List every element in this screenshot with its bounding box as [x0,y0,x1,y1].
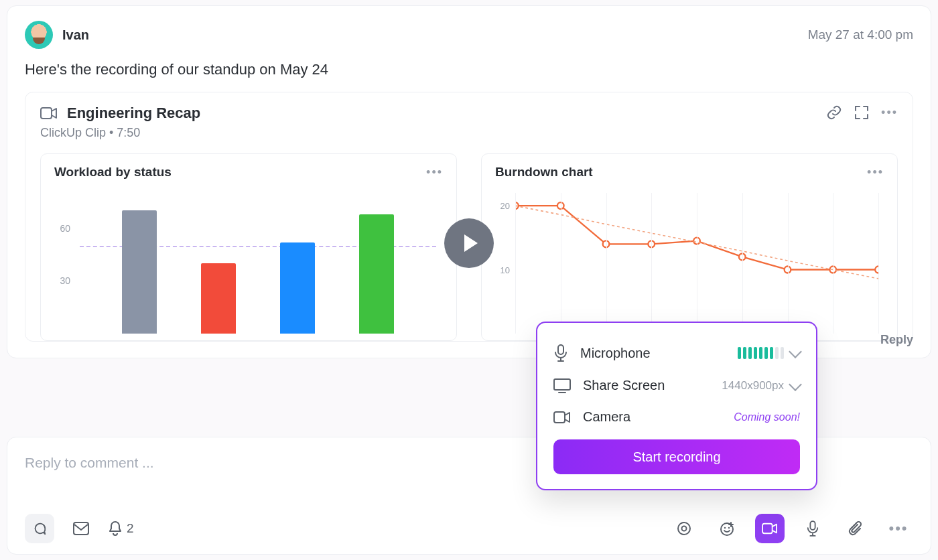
clip-duration: 7:50 [117,126,140,139]
clip-actions: ••• [826,104,898,121]
mic-level-bar [743,347,746,359]
mic-level-bar [775,347,779,359]
comment-timestamp: May 27 at 4:00 pm [808,27,913,42]
monitor-icon [553,378,571,393]
mention-icon[interactable] [669,514,699,543]
reply-button[interactable]: Reply [880,333,913,347]
clip-preview-panels: Workload by status ••• 3060 Burndown cha… [40,153,898,341]
camera-status: Coming soon! [734,411,800,423]
camera-row: Camera Coming soon! [553,401,800,433]
y-tick-label: 10 [500,265,510,275]
mail-icon[interactable] [66,514,96,543]
play-button[interactable] [444,218,494,268]
svg-rect-0 [41,108,52,119]
microphone-icon [553,344,568,362]
mic-level-bar [764,347,768,359]
workload-panel-title: Workload by status [54,165,172,180]
camera-label: Camera [583,409,630,425]
workload-bar-chart: 3060 [54,193,443,334]
microphone-row[interactable]: Microphone [553,336,800,370]
burndown-panel-more-icon[interactable]: ••• [867,165,884,180]
recording-popup: Microphone Share Screen 1440x900px Camer… [536,322,817,490]
record-clip-button[interactable] [755,514,785,543]
y-tick-label: 30 [60,275,70,286]
mic-level-bar [754,347,757,359]
attachment-icon[interactable] [841,514,870,543]
share-screen-row[interactable]: Share Screen 1440x900px [553,370,800,401]
notification-count: 2 [127,521,134,536]
svg-rect-4 [74,522,88,535]
mic-level-bar [770,347,773,359]
clip-source: ClickUp Clip [40,126,106,139]
y-tick-label: 60 [60,223,70,234]
bar [280,242,315,334]
mic-level-bar [759,347,762,359]
author-name: Ivan [62,27,89,43]
mic-level-bar [738,347,741,359]
microphone-label: Microphone [580,346,651,361]
notifications-button[interactable]: 2 [108,520,134,537]
mic-level-bar [748,347,752,359]
svg-rect-3 [554,412,565,423]
emoji-add-icon[interactable] [712,514,742,543]
author: Ivan [25,21,89,49]
start-recording-button[interactable]: Start recording [553,439,800,474]
avatar[interactable] [25,21,53,49]
video-icon [40,106,58,121]
svg-rect-11 [810,521,815,530]
svg-rect-1 [558,345,563,354]
chevron-down-icon[interactable] [789,345,802,358]
link-icon[interactable] [826,104,842,121]
expand-icon[interactable] [854,105,869,120]
comment-body: Here's the recording of our standup on M… [25,61,913,78]
svg-rect-2 [554,379,570,390]
comment-header: Ivan May 27 at 4:00 pm [25,21,913,49]
clip-card: Engineering Recap ClickUp Clip • 7:50 ••… [25,92,913,342]
reply-toolbar: 2 ••• [25,512,913,545]
share-screen-resolution: 1440x900px [722,379,784,393]
svg-rect-10 [762,524,773,534]
more-icon[interactable]: ••• [881,106,898,120]
mic-level-meter [738,347,784,359]
burndown-panel: Burndown chart ••• 1020 [481,153,898,341]
voice-record-icon[interactable] [798,514,827,543]
bar [201,263,236,334]
comment-bubble-icon[interactable] [25,514,54,543]
bell-icon [108,520,123,537]
clip-title: Engineering Recap [67,104,200,122]
workload-panel-more-icon[interactable]: ••• [426,165,443,180]
bar [122,210,157,334]
clip-meta: ClickUp Clip • 7:50 [40,126,200,140]
bar [359,214,394,334]
svg-point-6 [682,527,687,531]
svg-point-8 [724,527,726,529]
svg-point-9 [728,527,730,529]
burndown-line-chart: 1020 [495,193,884,334]
chevron-down-icon[interactable] [789,378,802,391]
mic-level-bar [781,347,784,359]
svg-point-5 [678,522,690,535]
workload-panel: Workload by status ••• 3060 [40,153,457,341]
burndown-panel-title: Burndown chart [495,165,593,180]
more-icon[interactable]: ••• [884,514,913,543]
share-screen-label: Share Screen [583,378,665,393]
comment-card: Ivan May 27 at 4:00 pm Here's the record… [7,5,931,358]
camera-icon [553,410,571,425]
y-tick-label: 20 [500,201,510,211]
